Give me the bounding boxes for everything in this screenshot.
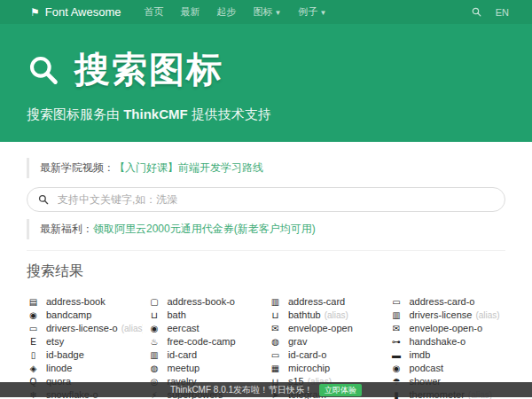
icon-name: address-card [288, 295, 345, 309]
id-card-icon: ▥ [148, 348, 161, 362]
icon-name: microchip [288, 362, 330, 375]
notice-promo-link[interactable]: 领取阿里云2000元通用代金券(新老客户均可用) [93, 222, 316, 237]
id-card-o-icon: ▭ [269, 348, 282, 362]
icon-result-address-card-o[interactable]: ▭address-card-o [390, 295, 506, 309]
nav-item-首页[interactable]: 首页 [145, 5, 164, 19]
search-input-icon [38, 194, 49, 205]
icon-search-box[interactable] [27, 187, 505, 212]
handshake-o-icon: ⊶ [390, 335, 403, 348]
icon-result-handshake-o[interactable]: ⊶handshake-o [390, 335, 506, 348]
envelope-open-icon: ✉ [269, 322, 282, 335]
id-badge-icon: ▯ [27, 348, 40, 362]
notice-promo-label: 最新福利： [40, 222, 93, 237]
icon-name: drivers-license-o [46, 322, 118, 335]
eercast-icon: ◉ [148, 322, 161, 335]
icon-result-address-book[interactable]: ▤address-book [27, 295, 143, 309]
icon-result-envelope-open[interactable]: ✉envelope-open [269, 322, 385, 335]
alias-badge: (alias) [121, 322, 143, 335]
address-card-o-icon: ▭ [390, 295, 403, 309]
free-code-camp-icon: ♨ [148, 335, 161, 348]
icon-name: bath [168, 309, 186, 322]
notice-video-label: 最新学院视频： [40, 160, 114, 176]
icon-name: free-code-camp [168, 335, 236, 348]
nav-menu: 首页最新起步图标▼例子▼ [145, 5, 327, 19]
bathtub-icon: ⊔ [269, 309, 282, 322]
address-book-icon: ▤ [27, 295, 40, 309]
envelope-open-o-icon: ✉ [390, 322, 403, 335]
podcast-icon: ◉ [390, 362, 403, 375]
icon-result-linode[interactable]: ◈linode [27, 362, 143, 375]
nav-item-起步[interactable]: 起步 [217, 5, 237, 19]
drivers-license-icon: ▥ [390, 309, 403, 322]
address-card-icon: ▥ [269, 295, 282, 309]
hero-subtitle: 搜索图标服务由 ThinkCMF 提供技术支持 [27, 106, 505, 123]
nav-item-图标[interactable]: 图标▼ [254, 5, 282, 19]
icon-result-imdb[interactable]: ▬imdb [390, 348, 506, 362]
icon-name: handshake-o [410, 335, 466, 348]
icon-result-id-card-o[interactable]: ▭id-card-o [269, 348, 385, 362]
top-navbar: ⚑ Font Awesome 首页最新起步图标▼例子▼ EN [0, 0, 532, 24]
drivers-license-o-icon: ▭ [27, 322, 40, 335]
icon-name: grav [288, 335, 307, 348]
main-content: 最新学院视频： 【入门好课】前端开发学习路线 最新福利： 领取阿里云2000元通… [0, 142, 532, 399]
notice-video: 最新学院视频： 【入门好课】前端开发学习路线 [27, 158, 505, 178]
icon-result-free-code-camp[interactable]: ♨free-code-camp [148, 335, 264, 348]
microchip-icon: ▦ [269, 362, 282, 375]
nav-item-最新[interactable]: 最新 [181, 5, 200, 19]
imdb-icon: ▬ [390, 348, 403, 362]
etsy-icon: E [27, 335, 40, 348]
try-now-button[interactable]: 立即体验 [319, 384, 362, 396]
icon-result-drivers-license[interactable]: ▥drivers-license(alias) [390, 309, 506, 322]
icon-name: id-card-o [288, 348, 326, 362]
icon-result-eercast[interactable]: ◉eercast [148, 322, 264, 335]
icon-name: linode [46, 362, 72, 375]
icon-result-podcast[interactable]: ◉podcast [390, 362, 506, 375]
icon-result-bath[interactable]: ⊔bath [148, 309, 264, 322]
icon-name: address-book-o [168, 295, 235, 309]
icon-name: etsy [46, 335, 64, 348]
thinkcmf-brand-text: ThinkCMF [123, 106, 188, 121]
icon-result-bandcamp[interactable]: ◉bandcamp [27, 309, 143, 322]
chevron-down-icon: ▼ [275, 9, 282, 17]
icon-result-id-card[interactable]: ▥id-card [148, 348, 264, 362]
icon-result-meetup[interactable]: ◍meetup [148, 362, 264, 375]
bandcamp-icon: ◉ [27, 309, 40, 322]
hero-banner: 搜索图标 搜索图标服务由 ThinkCMF 提供技术支持 [0, 24, 532, 142]
icon-name: meetup [168, 362, 200, 375]
language-switch[interactable]: EN [496, 7, 509, 18]
icon-result-bathtub[interactable]: ⊔bathtub(alias) [269, 309, 385, 322]
icon-name: bandcamp [46, 309, 91, 322]
announcement-bar: ThinkCMF 8.0.1发布啦！节日快乐！ 立即体验 [0, 382, 532, 397]
icon-name: eercast [168, 322, 200, 335]
icon-name: envelope-open [288, 322, 353, 335]
icon-name: address-book [46, 295, 106, 309]
flag-icon: ⚑ [30, 7, 40, 18]
icon-result-drivers-license-o[interactable]: ▭drivers-license-o(alias) [27, 322, 143, 335]
icon-name: id-badge [46, 348, 84, 362]
icon-name: drivers-license [410, 309, 473, 322]
brand-name: Font Awesome [45, 5, 121, 19]
icon-name: address-card-o [410, 295, 475, 309]
alias-badge: (alias) [475, 309, 499, 322]
icon-result-address-book-o[interactable]: ▢address-book-o [148, 295, 264, 309]
bath-icon: ⊔ [148, 309, 161, 322]
announcement-text: ThinkCMF 8.0.1发布啦！节日快乐！ [170, 384, 313, 396]
notice-promo: 最新福利： 领取阿里云2000元通用代金券(新老客户均可用) [27, 219, 505, 239]
icon-result-address-card[interactable]: ▥address-card [269, 295, 385, 309]
chevron-down-icon: ▼ [319, 9, 326, 17]
icon-name: podcast [410, 362, 444, 375]
icon-result-envelope-open-o[interactable]: ✉envelope-open-o [390, 322, 506, 335]
nav-search-icon[interactable] [472, 7, 481, 17]
icon-result-grav[interactable]: ◍grav [269, 335, 385, 348]
icon-result-id-badge[interactable]: ▯id-badge [27, 348, 143, 362]
icon-result-microchip[interactable]: ▦microchip [269, 362, 385, 375]
icon-name: id-card [168, 348, 198, 362]
brand-logo[interactable]: ⚑ Font Awesome [30, 5, 121, 19]
icon-result-etsy[interactable]: Eetsy [27, 335, 143, 348]
grav-icon: ◍ [269, 335, 282, 348]
icon-name: bathtub [288, 309, 321, 322]
search-input[interactable] [56, 192, 494, 207]
nav-item-例子[interactable]: 例子▼ [298, 5, 326, 19]
search-results-section: 搜索结果 ▤address-book▢address-book-o▥addres… [27, 250, 505, 399]
notice-video-link[interactable]: 【入门好课】前端开发学习路线 [114, 160, 263, 176]
